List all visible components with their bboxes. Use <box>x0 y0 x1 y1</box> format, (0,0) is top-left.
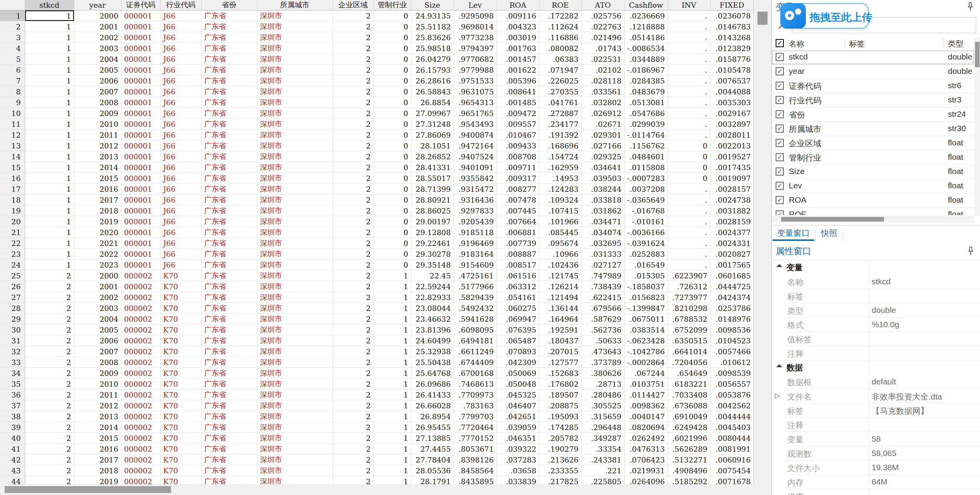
cell-year[interactable]: 2001 <box>74 281 121 292</box>
cell-year[interactable]: 2015 <box>74 173 121 184</box>
cell-ROA[interactable]: .003019 <box>497 32 539 43</box>
cell-province[interactable]: 广东省 <box>201 303 257 314</box>
cell-province[interactable]: 广东省 <box>201 270 257 281</box>
cell-sec_code[interactable]: 000001 <box>121 216 160 227</box>
cell-sec_code[interactable]: 000002 <box>121 454 160 465</box>
cell-regulated[interactable]: 1 <box>373 303 411 314</box>
cell-Cashflow[interactable]: .0547686 <box>624 108 668 119</box>
cell-Size[interactable]: 28.41331 <box>411 162 454 173</box>
tab-快照[interactable]: 快照 <box>816 225 843 241</box>
cell-region[interactable]: 2 <box>332 422 373 433</box>
cell-FIXED[interactable]: .0028159 <box>710 216 754 227</box>
cell-ind_code[interactable]: J66 <box>160 195 201 205</box>
cell-ATO[interactable]: .622415 <box>581 292 624 303</box>
cell-ind_code[interactable]: K70 <box>160 411 201 422</box>
cell-ind_code[interactable]: K70 <box>160 422 201 433</box>
cell-INV[interactable]: 0 <box>668 151 710 162</box>
cell-Lev[interactable]: .6494181 <box>454 335 497 346</box>
cell-Lev[interactable]: .8398126 <box>454 454 497 465</box>
cell-Lev[interactable]: .5941628 <box>454 314 497 324</box>
cell-sec_code[interactable]: 000002 <box>121 368 160 379</box>
cell-region[interactable]: 2 <box>332 400 373 411</box>
cell-regulated[interactable]: 0 <box>373 97 411 108</box>
cell-INV[interactable]: 0 <box>668 162 710 173</box>
cell-INV[interactable]: .726312 <box>668 281 710 292</box>
column-header-ATO[interactable]: ATO <box>581 0 624 10</box>
cell-sec_code[interactable]: 000001 <box>121 86 160 97</box>
cell-ind_code[interactable]: K70 <box>160 303 201 314</box>
cell-ROA[interactable]: .004323 <box>497 21 539 32</box>
cell-ROA[interactable]: .010467 <box>497 130 539 140</box>
cell-ATO[interactable]: .315659 <box>581 411 624 422</box>
cell-Lev[interactable]: .8053671 <box>454 444 497 454</box>
cell-region[interactable]: 2 <box>332 43 373 54</box>
cell-ATO[interactable]: .28713 <box>581 379 624 389</box>
cell-INV[interactable]: . <box>668 21 710 32</box>
cell-region[interactable]: 2 <box>332 454 373 465</box>
cell-sec_code[interactable]: 000002 <box>121 444 160 454</box>
cell-Size[interactable]: 28.86025 <box>411 205 454 216</box>
cell-regulated[interactable]: 0 <box>373 151 411 162</box>
cell-region[interactable]: 2 <box>332 108 373 119</box>
cell-Cashflow[interactable]: .1156762 <box>624 140 668 151</box>
variable-list-horizontal-scrollbar[interactable] <box>772 216 974 223</box>
cell-Lev[interactable]: .7720464 <box>454 422 497 433</box>
cell-city[interactable]: 深圳市 <box>257 130 332 140</box>
row-number[interactable]: 40 <box>0 433 25 444</box>
row-number[interactable]: 15 <box>0 162 25 173</box>
cell-ind_code[interactable]: J66 <box>160 43 201 54</box>
cell-Cashflow[interactable]: .0344889 <box>624 54 668 65</box>
cell-city[interactable]: 深圳市 <box>257 227 332 238</box>
cell-ROA[interactable]: .050048 <box>497 379 539 389</box>
row-number[interactable]: 24 <box>0 259 25 270</box>
cell-city[interactable]: 深圳市 <box>257 476 332 485</box>
cell-city[interactable]: 深圳市 <box>257 281 332 292</box>
cell-year[interactable]: 2016 <box>74 444 121 454</box>
cell-regulated[interactable]: 0 <box>373 216 411 227</box>
cell-ROA[interactable]: .069947 <box>497 314 539 324</box>
cell-province[interactable]: 广东省 <box>201 379 257 389</box>
cell-INV[interactable]: .6736088 <box>668 400 710 411</box>
cell-year[interactable]: 2021 <box>74 238 121 249</box>
cell-sec_code[interactable]: 000002 <box>121 303 160 314</box>
cell-ROA[interactable]: .054161 <box>497 292 539 303</box>
cell-Lev[interactable]: .6611249 <box>454 346 497 357</box>
cell-Lev[interactable]: .9401091 <box>454 162 497 173</box>
cell-FIXED[interactable]: .0044444 <box>710 411 754 422</box>
cell-ROA[interactable]: .007478 <box>497 195 539 205</box>
cell-regulated[interactable]: 1 <box>373 444 411 454</box>
cell-Size[interactable]: 28.26852 <box>411 151 454 162</box>
cell-sec_code[interactable]: 000001 <box>121 54 160 65</box>
cell-Size[interactable]: 26.8854 <box>411 97 454 108</box>
cell-city[interactable]: 深圳市 <box>257 216 332 227</box>
cell-province[interactable]: 广东省 <box>201 411 257 422</box>
cell-Cashflow[interactable]: .0299039 <box>624 119 668 130</box>
cell-sec_code[interactable]: 000001 <box>121 140 160 151</box>
cell-ROE[interactable]: .107415 <box>539 205 581 216</box>
cell-region[interactable]: 2 <box>332 249 373 259</box>
cell-city[interactable]: 深圳市 <box>257 433 332 444</box>
tab-变量窗口[interactable]: 变量窗口 <box>772 225 815 241</box>
cell-FIXED[interactable]: .0035303 <box>710 97 754 108</box>
cell-ATO[interactable]: .038244 <box>581 184 624 195</box>
row-number[interactable]: 43 <box>0 465 25 476</box>
variable-row[interactable]: ✓省份str24 <box>772 108 974 122</box>
cell-Cashflow[interactable]: .0037208 <box>624 184 668 195</box>
cell-ROE[interactable]: .102436 <box>539 259 581 270</box>
cell-sec_code[interactable]: 000002 <box>121 335 160 346</box>
cell-ROE[interactable]: .217825 <box>539 476 581 485</box>
column-header-ROA[interactable]: ROA <box>497 0 539 10</box>
cell-Lev[interactable]: .9196469 <box>454 238 497 249</box>
cell-ROA[interactable]: .009433 <box>497 140 539 151</box>
cell-Cashflow[interactable]: .0219931 <box>624 465 668 476</box>
cell-year[interactable]: 2016 <box>74 184 121 195</box>
cell-ATO[interactable]: .026912 <box>581 108 624 119</box>
cell-year[interactable]: 2009 <box>74 108 121 119</box>
cell-Lev[interactable]: .5829439 <box>454 292 497 303</box>
column-header-type[interactable]: 类型 <box>948 39 963 49</box>
cell-Cashflow[interactable]: .0284385 <box>624 75 668 86</box>
cell-region[interactable]: 2 <box>332 216 373 227</box>
cell-ATO[interactable]: .039503 <box>581 173 624 184</box>
cell-ROE[interactable]: .126214 <box>539 281 581 292</box>
cell-regulated[interactable]: 0 <box>373 130 411 140</box>
